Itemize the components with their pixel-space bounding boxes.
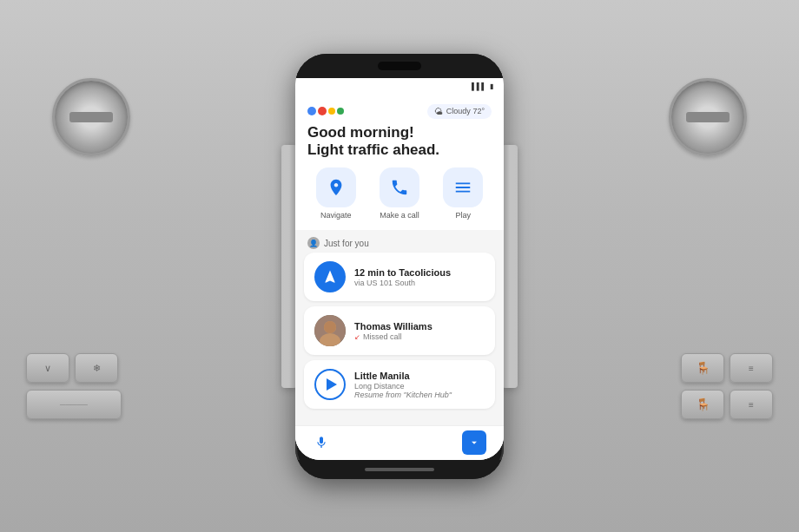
missed-call-icon: ↙ xyxy=(354,333,360,341)
contact-card-content: Thomas Williams ↙ Missed call xyxy=(354,320,485,341)
greeting-text: Good morning! Light traffic ahead. xyxy=(307,124,492,160)
nav-card-icon xyxy=(308,255,353,299)
music-card-content: Little Manila Long Distance Resume from … xyxy=(354,370,485,399)
ac-button[interactable]: ───── xyxy=(26,390,122,419)
music-card[interactable]: Little Manila Long Distance Resume from … xyxy=(304,360,495,409)
microphone-icon[interactable] xyxy=(313,434,330,451)
navigation-suggestion-card[interactable]: 12 min to Tacolicious via US 101 South xyxy=(304,253,495,301)
missed-call-label: Missed call xyxy=(363,332,402,341)
just-for-you-section: 👤 Just for you xyxy=(295,230,504,253)
left-vent xyxy=(52,78,130,156)
just-for-you-label: Just for you xyxy=(324,239,369,248)
navigate-button[interactable]: Navigate xyxy=(316,167,356,220)
play-label: Play xyxy=(456,211,472,220)
call-button[interactable]: Make a call xyxy=(380,167,419,220)
signal-icon: ▌▌▌ xyxy=(472,82,486,90)
play-triangle xyxy=(327,378,337,391)
vent-slat xyxy=(69,112,113,122)
phone-top-bar xyxy=(295,54,504,78)
contact-name: Thomas Williams xyxy=(354,320,485,332)
contact-card[interactable]: Thomas Williams ↙ Missed call xyxy=(304,306,495,355)
cards-section: 12 min to Tacolicious via US 101 South xyxy=(295,253,504,409)
left-controls: ∨ ❄ ───── xyxy=(26,353,122,419)
top-section: 🌤 Cloudy 72° Good morning! Light traffic… xyxy=(295,95,504,231)
ga-dot-blue xyxy=(307,107,316,115)
climate-button[interactable]: 🪑 xyxy=(681,390,724,419)
vent-slat xyxy=(686,112,730,122)
weather-icon: 🌤 xyxy=(434,107,443,116)
ga-dot-green xyxy=(337,108,344,115)
contact-subtitle: ↙ Missed call xyxy=(354,332,485,341)
greeting-line2: Light traffic ahead. xyxy=(307,141,439,158)
screen-content: 🌤 Cloudy 72° Good morning! Light traffic… xyxy=(295,95,504,460)
bottom-bar xyxy=(295,425,504,460)
seat-heat-button[interactable]: 🪑 xyxy=(681,353,724,383)
action-buttons: Navigate Make a call xyxy=(307,167,492,220)
call-label: Make a call xyxy=(380,211,419,220)
fan-button[interactable]: ≡ xyxy=(730,390,773,419)
right-vent xyxy=(669,78,747,156)
nav-card-title: 12 min to Tacolicious xyxy=(354,266,485,279)
phone-mount: ▌▌▌ ▮ xyxy=(281,54,518,479)
phone: ▌▌▌ ▮ xyxy=(295,54,504,479)
nav-card-content: 12 min to Tacolicious via US 101 South xyxy=(354,266,485,287)
status-bar: ▌▌▌ ▮ xyxy=(295,78,504,95)
top-row: 🌤 Cloudy 72° xyxy=(307,104,492,119)
music-play-icon xyxy=(314,369,346,400)
weather-temp: Cloudy 72° xyxy=(446,107,485,115)
phone-screen: ▌▌▌ ▮ xyxy=(295,78,504,460)
battery-icon: ▮ xyxy=(490,82,493,90)
chevron-down-button[interactable] xyxy=(462,430,486,455)
fan-icon[interactable]: ❄ xyxy=(75,353,118,383)
defrost-button[interactable]: ≡ xyxy=(730,353,773,383)
dashboard: A/C ∨ ❄ ───── 🪑 ≡ 🪑 ≡ xyxy=(0,0,799,532)
music-subtitle: Long Distance xyxy=(354,382,485,391)
greeting-line1: Good morning! xyxy=(307,124,414,141)
avatar xyxy=(314,315,346,346)
navigate-icon xyxy=(316,167,356,207)
right-controls: 🪑 ≡ 🪑 ≡ xyxy=(681,353,773,419)
nav-card-subtitle: via US 101 South xyxy=(354,279,485,287)
phone-camera xyxy=(378,62,421,70)
call-icon xyxy=(380,167,419,207)
ga-dot-red xyxy=(318,107,327,115)
mount-arm-right xyxy=(502,145,518,388)
play-button[interactable]: Play xyxy=(443,167,483,220)
fan-down-button[interactable]: ∨ xyxy=(26,353,69,383)
svg-point-3 xyxy=(324,321,336,333)
play-action-icon xyxy=(443,167,483,207)
music-extra: Resume from "Kitchen Hub" xyxy=(354,391,485,399)
phone-bottom-bar xyxy=(295,460,504,479)
home-indicator xyxy=(365,468,434,471)
weather-badge: 🌤 Cloudy 72° xyxy=(427,104,492,119)
music-title: Little Manila xyxy=(354,370,485,382)
navigate-label: Navigate xyxy=(320,211,352,220)
assistant-icon xyxy=(307,107,344,115)
person-icon: 👤 xyxy=(307,237,320,249)
ga-dot-yellow xyxy=(328,108,335,115)
